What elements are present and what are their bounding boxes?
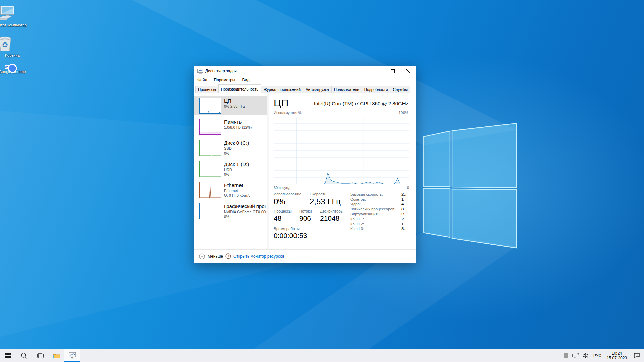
tab-users[interactable]: Пользователи [331, 86, 362, 93]
sidebar-item-disk1[interactable]: Диск 1 (D:) HDD 0% [194, 159, 267, 179]
menu-bar: Файл Параметры Вид [194, 76, 416, 84]
desktop-icon-label: Этот компьютер [0, 23, 28, 27]
task-manager-taskbar-icon [69, 352, 76, 359]
sidebar-item-ethernet[interactable]: Ethernet Ethernet О: 0 П: 0 кбит/с [194, 180, 267, 200]
resource-monitor-icon [225, 253, 231, 259]
volume-icon[interactable] [581, 349, 591, 362]
sidebar-item-cpu[interactable]: ЦП 0% 2,53 ГГц [194, 96, 267, 115]
system-tray: РУС 10:24 15.07.2023 [562, 349, 644, 362]
windows-logo-icon [5, 353, 11, 358]
search-icon [21, 352, 28, 359]
recycle-bin-icon: ♻ [0, 35, 28, 52]
tab-processes[interactable]: Процессы [195, 86, 219, 93]
desktop: Этот компьютер ♻ Корзина Google Chrome [0, 0, 644, 362]
close-button[interactable] [400, 66, 416, 76]
this-pc-icon [0, 5, 28, 22]
cpu-spec-list: Базовая скорость:2… Сокетов:1 Ядра:4 Лог… [350, 192, 409, 232]
chevron-up-icon [199, 253, 205, 259]
ethernet-mini-graph [199, 182, 221, 198]
search-button[interactable] [16, 349, 32, 362]
taskbar-clock[interactable]: 10:24 15.07.2023 [604, 351, 630, 360]
language-indicator[interactable]: РУС [591, 353, 604, 358]
sidebar-item-disk0[interactable]: Диск 0 (C:) SSD 0% [194, 138, 267, 158]
performance-sidebar: ЦП 0% 2,53 ГГц Память 1,0/8,0 ГБ (12%) Д… [194, 93, 269, 249]
tray-app-icon[interactable] [562, 349, 570, 362]
fewer-details-button[interactable]: Меньше [199, 253, 223, 259]
clock-time: 10:24 [607, 351, 627, 356]
tab-startup[interactable]: Автозагрузка [303, 86, 332, 93]
open-resource-monitor-link[interactable]: Открыть монитор ресурсов [225, 253, 284, 259]
menu-options[interactable]: Параметры [211, 77, 239, 83]
tab-strip: Процессы Производительность Журнал прило… [194, 84, 416, 93]
gpu-mini-graph [199, 203, 221, 219]
graph-x-left: 60 секунд [274, 186, 290, 190]
sidebar-item-gpu[interactable]: Графический процессор NVIDIA GeForce GTX… [194, 201, 267, 221]
graph-y-label: Используется % [274, 111, 302, 115]
tab-details[interactable]: Подробности [362, 86, 391, 93]
maximize-icon [391, 69, 395, 73]
cpu-model: Intel(R) Core(TM) i7 CPU 860 @ 2.80GHz [314, 101, 408, 106]
desktop-icon-label: Корзина [0, 53, 28, 58]
svg-text:♻: ♻ [2, 41, 8, 49]
taskbar-task-manager-button[interactable] [64, 349, 80, 362]
network-icon[interactable] [570, 349, 581, 362]
start-button[interactable] [0, 349, 16, 362]
cpu-usage-chart [274, 117, 409, 184]
panel-title: ЦП [274, 97, 289, 109]
file-explorer-button[interactable] [48, 349, 64, 362]
disk1-mini-graph [199, 161, 221, 177]
close-icon [406, 69, 410, 73]
action-center-button[interactable] [630, 349, 644, 362]
cpu-panel: ЦП Intel(R) Core(TM) i7 CPU 860 @ 2.80GH… [274, 93, 408, 249]
clock-date: 15.07.2023 [607, 356, 627, 360]
cpu-stats: Использование Скорость 0% 2,53 ГГц Проце… [274, 192, 351, 241]
cpu-mini-graph [199, 98, 221, 114]
action-center-icon [634, 353, 640, 358]
tab-performance[interactable]: Производительность [218, 84, 261, 93]
window-titlebar[interactable]: Диспетчер задач [194, 66, 416, 76]
graph-x-right: 0 [407, 186, 409, 190]
menu-file[interactable]: Файл [194, 77, 211, 83]
task-manager-app-icon [197, 69, 203, 74]
menu-view[interactable]: Вид [238, 77, 253, 83]
desktop-icon-this-pc[interactable]: Этот компьютер [0, 5, 28, 27]
desktop-icon-recycle-bin[interactable]: ♻ Корзина [0, 35, 28, 58]
task-manager-window: Диспетчер задач Файл Параметры Вид Проце… [194, 66, 416, 263]
tab-app-history[interactable]: Журнал приложений [261, 86, 303, 93]
tab-services[interactable]: Службы [390, 86, 410, 93]
maximize-button[interactable] [385, 66, 400, 76]
shortcut-arrow-icon [5, 65, 9, 69]
file-explorer-icon [53, 353, 60, 359]
task-view-button[interactable] [32, 349, 48, 362]
minimize-icon [376, 69, 380, 73]
desktop-icon-google-chrome[interactable]: Google Chrome [0, 68, 28, 74]
disk0-mini-graph [199, 140, 221, 156]
minimize-button[interactable] [370, 66, 385, 76]
graph-y-max: 100% [399, 111, 408, 115]
footer-divider [222, 254, 222, 259]
memory-mini-graph [199, 119, 221, 135]
window-title: Диспетчер задач [205, 69, 237, 73]
task-view-icon [37, 353, 44, 359]
taskbar: РУС 10:24 15.07.2023 [0, 349, 644, 362]
sidebar-scrollbar[interactable] [267, 93, 269, 249]
sidebar-item-memory[interactable]: Память 1,0/8,0 ГБ (12%) [194, 117, 267, 136]
window-footer: Меньше Открыть монитор ресурсов [194, 249, 416, 263]
